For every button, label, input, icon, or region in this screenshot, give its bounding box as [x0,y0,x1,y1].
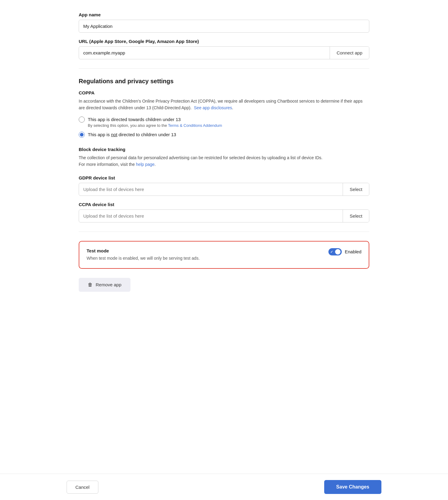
terms-conditions-link[interactable]: Terms & Conditions Addendum [168,123,222,128]
footer-spacer [79,304,369,328]
test-mode-content: Test mode When test mode is enabled, we … [87,248,319,262]
toggle-slider: ✓ [328,248,342,255]
coppa-option-directed-label: This app is directed towards children un… [88,116,222,123]
coppa-title: COPPA [79,90,369,95]
coppa-option-directed-sub: By selecting this option, you also agree… [88,123,222,128]
block-tracking-section: Block device tracking The collection of … [79,147,369,168]
see-app-disclosures-link[interactable]: See app disclosures [194,105,232,110]
block-tracking-title: Block device tracking [79,147,369,152]
gdpr-section: GDPR device list Select [79,175,369,196]
app-name-input[interactable] [79,20,369,33]
connect-app-button[interactable]: Connect app [330,47,369,59]
coppa-radio-not-directed[interactable] [79,132,85,138]
help-page-link[interactable]: help page [136,162,155,167]
section-divider-2 [79,232,369,232]
save-changes-button[interactable]: Save Changes [324,480,381,494]
regulations-title: Regulations and privacy settings [79,78,369,85]
footer-inner: Cancel Save Changes [67,480,381,494]
app-name-label: App name [79,12,369,17]
test-mode-box: Test mode When test mode is enabled, we … [79,241,369,269]
ccpa-label: CCPA device list [79,202,369,207]
ccpa-select-button[interactable]: Select [343,210,369,222]
coppa-option-not-directed-label: This app is not directed to children und… [88,131,176,138]
coppa-radio-directed[interactable] [79,117,85,123]
gdpr-input-group: Select [79,183,369,196]
regulations-section: Regulations and privacy settings COPPA I… [79,78,369,222]
coppa-option-directed[interactable]: This app is directed towards children un… [79,116,369,128]
app-url-input-group: Connect app [79,46,369,59]
gdpr-select-button[interactable]: Select [343,183,369,196]
block-tracking-description: The collection of personal data for pers… [79,154,369,168]
app-url-section: URL (Apple App Store, Google Play, Amazo… [79,39,369,59]
ccpa-section: CCPA device list Select [79,202,369,222]
app-url-label: URL (Apple App Store, Google Play, Amazo… [79,39,369,44]
test-mode-toggle[interactable]: ✓ [328,248,342,255]
remove-app-label: Remove app [96,282,121,287]
remove-app-button[interactable]: 🗑 Remove app [79,278,130,292]
cancel-button[interactable]: Cancel [67,481,98,494]
section-divider-1 [79,68,369,69]
test-mode-title: Test mode [87,248,319,253]
gdpr-label: GDPR device list [79,175,369,180]
test-mode-toggle-area: ✓ Enabled [328,248,361,255]
footer-bar: Cancel Save Changes [0,474,448,500]
coppa-section: COPPA In accordance with the Children's … [79,90,369,138]
test-mode-description: When test mode is enabled, we will only … [87,255,319,262]
app-url-input[interactable] [79,47,330,59]
ccpa-input-group: Select [79,209,369,222]
coppa-radio-group: This app is directed towards children un… [79,116,369,138]
toggle-enabled-label: Enabled [345,249,361,254]
coppa-option-not-directed[interactable]: This app is not directed to children und… [79,131,369,138]
trash-icon: 🗑 [88,282,93,288]
coppa-description: In accordance with the Children's Online… [79,98,369,111]
ccpa-input[interactable] [79,210,343,222]
gdpr-input[interactable] [79,183,343,196]
app-name-section: App name [79,12,369,33]
